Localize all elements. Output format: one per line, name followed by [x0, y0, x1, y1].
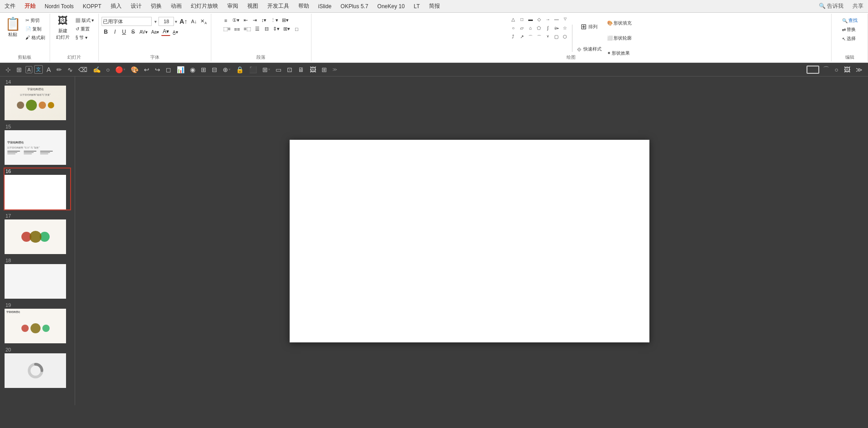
text-box-button[interactable]: □ [292, 26, 301, 32]
shape-triangle[interactable]: △ [509, 16, 517, 25]
shape-smiley[interactable]: ⌒ [526, 34, 535, 42]
tool-circle-draw[interactable]: ○ [104, 65, 112, 74]
slide-panel[interactable]: 14 宇宙结构理论 以宇宙结构解释"磁场"与"质量" 15 [0, 76, 75, 405]
shape-trap[interactable]: ⌂ [526, 25, 535, 33]
tool-crop[interactable]: ⊡ [285, 65, 294, 74]
shape-arrow-right[interactable]: → [544, 16, 552, 25]
paste-button[interactable]: 📋 粘贴 [3, 15, 23, 41]
shape-curve[interactable]: ∫ [544, 25, 552, 33]
new-slide-button[interactable]: 🖼 新建 幻灯片 [53, 15, 73, 41]
tool-more[interactable]: ≫ [854, 65, 864, 74]
text-shadow-button[interactable]: A̲▾ [171, 29, 179, 35]
tool-arrange[interactable]: ⊞▾ [260, 65, 272, 74]
shape-diamond[interactable]: ◇ [535, 16, 543, 25]
select-button[interactable]: ↖选择 [840, 35, 859, 43]
tool-table[interactable]: ⊞ [199, 65, 208, 74]
tool-curve[interactable]: ∿ [66, 65, 75, 74]
shape-rect2[interactable]: ▬ [526, 16, 535, 25]
menu-design[interactable]: 设计 [126, 0, 146, 12]
menu-dev[interactable]: 开发工具 [263, 0, 294, 12]
menu-share[interactable]: 共享 [848, 0, 868, 12]
shape-scroll[interactable]: ⌒ [535, 34, 543, 42]
tool-redo[interactable]: ↪ [153, 65, 162, 74]
tool-rect-frame[interactable] [807, 66, 819, 74]
tool-color-fill[interactable]: 🔴▾ [113, 65, 127, 74]
shape-fill-button[interactable]: 🎨形状填充 [605, 19, 633, 27]
shape-outline-button[interactable]: ⬜形状轮廓 [605, 34, 633, 42]
tool-freehand[interactable]: ✍ [91, 65, 102, 74]
menu-islide[interactable]: iSlide [314, 1, 336, 11]
menu-tellme[interactable]: 🔍 告诉我 [814, 0, 848, 12]
text-align-v-button[interactable]: ⊞▾ [282, 25, 291, 32]
cut-button[interactable]: ✂ 剪切 [24, 16, 47, 25]
align-center-button[interactable]: ≡≡ [233, 26, 241, 32]
menu-home[interactable]: 开始 [20, 0, 40, 12]
shape-more[interactable]: ⌲ [552, 25, 561, 33]
line-spacing-button[interactable]: ↕▾ [260, 17, 268, 24]
menu-koppt[interactable]: KOPPT [78, 1, 106, 11]
list-bullet-button[interactable]: ≡ [222, 17, 230, 24]
tool-pen[interactable]: ✏ [55, 65, 64, 74]
tool-text-box[interactable]: A [26, 66, 32, 73]
menu-animation[interactable]: 动画 [166, 0, 186, 12]
tool-cut-shape[interactable]: ⬛ [247, 65, 259, 74]
align-left-button[interactable]: ⬚≡ [222, 25, 232, 32]
font-family-input[interactable] [102, 17, 152, 26]
shape-circle[interactable]: ○ [509, 25, 517, 33]
menu-okplus[interactable]: OKPlus 5.7 [336, 1, 373, 11]
italic-button[interactable]: I [111, 28, 119, 36]
slide-14-thumbnail[interactable]: 14 宇宙结构理论 以宇宙结构解释"磁场"与"质量" [4, 78, 71, 121]
tool-group[interactable]: ⊕▾ [221, 65, 232, 74]
shape-rect[interactable]: □ [518, 16, 526, 25]
menu-review[interactable]: 审阅 [223, 0, 243, 12]
slide-15-thumbnail[interactable]: 15 宇宙结构理论 以宇宙结构解释 "引力" 与 "辐射" [4, 123, 71, 166]
tool-shapes[interactable]: ◻ [164, 65, 173, 74]
tool-circle2[interactable]: ◉ [188, 65, 197, 74]
shape-penta[interactable]: ⬠ [535, 25, 543, 33]
layout-button[interactable]: ▦ 版式 ▾ [74, 16, 96, 25]
format-brush-button[interactable]: 🖌 格式刷 [24, 34, 47, 42]
canvas-area[interactable] [75, 76, 863, 405]
align-right-button[interactable]: ≡⬚ [242, 25, 252, 32]
slide-18-thumbnail[interactable]: 18 [4, 257, 71, 300]
arrange-button[interactable]: ⊞ 排列 [575, 20, 603, 33]
menu-view[interactable]: 视图 [243, 0, 263, 12]
menu-nordri[interactable]: Nordri Tools [40, 1, 78, 11]
tool-grid[interactable]: ⊞ [15, 65, 24, 74]
indent-increase-button[interactable]: ⇥ [251, 17, 259, 24]
font-color-button[interactable]: A▾ [161, 28, 170, 36]
align-justify-button[interactable]: ☰ [253, 25, 261, 32]
menu-switch[interactable]: 切换 [146, 0, 166, 12]
shape-para[interactable]: ▱ [518, 25, 526, 33]
menu-help[interactable]: 帮助 [294, 0, 314, 12]
char-spacing-button[interactable]: AV▾ [138, 29, 149, 35]
shape-line[interactable]: — [552, 16, 561, 25]
shape-chevron-down[interactable]: ∨ [544, 34, 552, 42]
tool-photo[interactable]: 🖼 [842, 65, 852, 74]
clear-format-button[interactable]: ✕A [199, 18, 208, 25]
tool-lock[interactable]: 🔒 [234, 65, 245, 74]
menu-jianbo[interactable]: 简报 [424, 0, 444, 12]
tool-select[interactable]: ⊹ [4, 65, 13, 74]
tool-screen[interactable]: 🖥 [296, 65, 306, 74]
shape-connector[interactable]: ↗ [518, 34, 526, 42]
menu-onekey[interactable]: OneKey 10 [373, 1, 409, 11]
slide-17-thumbnail[interactable]: 17 [4, 212, 71, 255]
menu-file[interactable]: 文件 [0, 0, 20, 12]
shape-star[interactable]: ☆ [561, 25, 569, 33]
font-case-button[interactable]: Aa▾ [150, 29, 160, 35]
slide-16-thumbnail[interactable]: 16 [4, 168, 71, 210]
shape-hex[interactable]: ⬡ [561, 34, 569, 42]
menu-lt[interactable]: LT [409, 1, 424, 11]
tool-circle3[interactable]: ○ [833, 65, 840, 74]
bold-button[interactable]: B [102, 28, 110, 36]
tool-palette[interactable]: 🎨 [129, 65, 140, 74]
align-distributed-button[interactable]: ⊟ [262, 25, 271, 32]
indent-decrease-button[interactable]: ⇤ [242, 17, 250, 24]
tool-undo[interactable]: ↩ [142, 65, 151, 74]
tool-merge[interactable]: ⊟ [210, 65, 219, 74]
tool-frame[interactable]: ▭ [274, 65, 283, 74]
slide-19-thumbnail[interactable]: 19 宇宙结构理论 [4, 301, 71, 344]
menu-slideshow[interactable]: 幻灯片放映 [186, 0, 223, 12]
tool-chart[interactable]: 📊 [175, 65, 186, 74]
